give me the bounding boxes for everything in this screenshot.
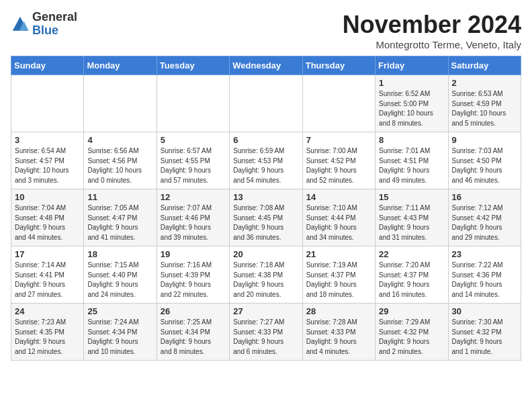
day-number: 4	[87, 135, 152, 145]
week-row-5: 24Sunrise: 7:23 AM Sunset: 4:35 PM Dayli…	[11, 304, 521, 361]
calendar-cell: 24Sunrise: 7:23 AM Sunset: 4:35 PM Dayli…	[11, 304, 84, 361]
calendar-cell: 12Sunrise: 7:07 AM Sunset: 4:46 PM Dayli…	[157, 189, 229, 246]
day-number: 27	[233, 306, 298, 316]
day-info: Sunrise: 6:53 AM Sunset: 4:59 PM Dayligh…	[452, 89, 517, 128]
day-header-sunday: Sunday	[11, 56, 84, 75]
day-number: 23	[452, 249, 517, 259]
calendar-cell: 25Sunrise: 7:24 AM Sunset: 4:34 PM Dayli…	[84, 304, 157, 361]
day-number: 29	[379, 306, 444, 316]
week-row-4: 17Sunrise: 7:14 AM Sunset: 4:41 PM Dayli…	[11, 246, 521, 304]
day-number: 21	[306, 249, 371, 259]
day-info: Sunrise: 7:27 AM Sunset: 4:33 PM Dayligh…	[233, 318, 298, 357]
day-info: Sunrise: 7:15 AM Sunset: 4:40 PM Dayligh…	[87, 261, 152, 300]
calendar-table: SundayMondayTuesdayWednesdayThursdayFrid…	[11, 56, 521, 361]
day-header-wednesday: Wednesday	[230, 56, 302, 75]
month-title: November 2024	[343, 11, 521, 39]
calendar-cell: 9Sunrise: 7:03 AM Sunset: 4:50 PM Daylig…	[448, 132, 521, 189]
calendar-cell: 14Sunrise: 7:10 AM Sunset: 4:44 PM Dayli…	[302, 189, 375, 246]
day-info: Sunrise: 7:23 AM Sunset: 4:35 PM Dayligh…	[15, 318, 80, 357]
day-info: Sunrise: 7:01 AM Sunset: 4:51 PM Dayligh…	[379, 146, 444, 185]
calendar-cell: 5Sunrise: 6:57 AM Sunset: 4:55 PM Daylig…	[157, 132, 229, 189]
calendar-cell: 7Sunrise: 7:00 AM Sunset: 4:52 PM Daylig…	[302, 132, 375, 189]
day-info: Sunrise: 7:05 AM Sunset: 4:47 PM Dayligh…	[87, 203, 152, 242]
day-number: 1	[379, 78, 444, 88]
header: General Blue November 2024 Montegrotto T…	[11, 11, 521, 50]
day-number: 7	[306, 135, 371, 145]
calendar-cell: 19Sunrise: 7:16 AM Sunset: 4:39 PM Dayli…	[157, 246, 229, 304]
day-info: Sunrise: 7:07 AM Sunset: 4:46 PM Dayligh…	[161, 203, 226, 242]
day-number: 2	[452, 78, 517, 88]
day-number: 16	[452, 192, 517, 202]
day-info: Sunrise: 7:14 AM Sunset: 4:41 PM Dayligh…	[15, 261, 80, 300]
day-number: 11	[87, 192, 152, 202]
logo-icon	[11, 15, 30, 34]
calendar-cell: 22Sunrise: 7:20 AM Sunset: 4:37 PM Dayli…	[375, 246, 448, 304]
day-info: Sunrise: 7:22 AM Sunset: 4:36 PM Dayligh…	[452, 261, 517, 300]
day-header-tuesday: Tuesday	[157, 56, 229, 75]
day-info: Sunrise: 7:20 AM Sunset: 4:37 PM Dayligh…	[379, 261, 444, 300]
day-number: 8	[379, 135, 444, 145]
calendar-cell	[11, 75, 84, 132]
day-number: 25	[87, 306, 152, 316]
logo: General Blue	[11, 11, 77, 38]
day-number: 17	[15, 249, 80, 259]
calendar-cell: 1Sunrise: 6:52 AM Sunset: 5:00 PM Daylig…	[375, 75, 448, 132]
calendar-cell: 15Sunrise: 7:11 AM Sunset: 4:43 PM Dayli…	[375, 189, 448, 246]
day-info: Sunrise: 7:12 AM Sunset: 4:42 PM Dayligh…	[452, 203, 517, 242]
calendar-cell: 10Sunrise: 7:04 AM Sunset: 4:48 PM Dayli…	[11, 189, 84, 246]
calendar-cell	[302, 75, 375, 132]
day-number: 3	[15, 135, 80, 145]
day-info: Sunrise: 7:03 AM Sunset: 4:50 PM Dayligh…	[452, 146, 517, 185]
calendar-cell	[157, 75, 229, 132]
day-info: Sunrise: 7:10 AM Sunset: 4:44 PM Dayligh…	[306, 203, 371, 242]
calendar-cell: 28Sunrise: 7:28 AM Sunset: 4:33 PM Dayli…	[302, 304, 375, 361]
calendar-cell: 26Sunrise: 7:25 AM Sunset: 4:34 PM Dayli…	[157, 304, 229, 361]
calendar-cell: 2Sunrise: 6:53 AM Sunset: 4:59 PM Daylig…	[448, 75, 521, 132]
day-info: Sunrise: 7:25 AM Sunset: 4:34 PM Dayligh…	[161, 318, 226, 357]
day-info: Sunrise: 6:56 AM Sunset: 4:56 PM Dayligh…	[87, 146, 152, 185]
calendar-cell: 3Sunrise: 6:54 AM Sunset: 4:57 PM Daylig…	[11, 132, 84, 189]
day-info: Sunrise: 7:00 AM Sunset: 4:52 PM Dayligh…	[306, 146, 371, 185]
day-number: 5	[161, 135, 226, 145]
day-info: Sunrise: 7:08 AM Sunset: 4:45 PM Dayligh…	[233, 203, 298, 242]
calendar-cell: 27Sunrise: 7:27 AM Sunset: 4:33 PM Dayli…	[230, 304, 302, 361]
day-info: Sunrise: 7:30 AM Sunset: 4:32 PM Dayligh…	[452, 318, 517, 357]
day-info: Sunrise: 7:19 AM Sunset: 4:37 PM Dayligh…	[306, 261, 371, 300]
day-number: 14	[306, 192, 371, 202]
day-number: 13	[233, 192, 298, 202]
day-info: Sunrise: 7:29 AM Sunset: 4:32 PM Dayligh…	[379, 318, 444, 357]
day-info: Sunrise: 7:24 AM Sunset: 4:34 PM Dayligh…	[87, 318, 152, 357]
title-section: November 2024 Montegrotto Terme, Veneto,…	[343, 11, 521, 50]
calendar-cell: 18Sunrise: 7:15 AM Sunset: 4:40 PM Dayli…	[84, 246, 157, 304]
day-number: 22	[379, 249, 444, 259]
calendar-cell: 6Sunrise: 6:59 AM Sunset: 4:53 PM Daylig…	[230, 132, 302, 189]
calendar-cell	[84, 75, 157, 132]
day-number: 28	[306, 306, 371, 316]
day-header-friday: Friday	[375, 56, 448, 75]
day-number: 18	[87, 249, 152, 259]
day-number: 20	[233, 249, 298, 259]
calendar-cell: 21Sunrise: 7:19 AM Sunset: 4:37 PM Dayli…	[302, 246, 375, 304]
day-info: Sunrise: 7:11 AM Sunset: 4:43 PM Dayligh…	[379, 203, 444, 242]
calendar-cell: 20Sunrise: 7:18 AM Sunset: 4:38 PM Dayli…	[230, 246, 302, 304]
week-row-3: 10Sunrise: 7:04 AM Sunset: 4:48 PM Dayli…	[11, 189, 521, 246]
calendar-cell: 23Sunrise: 7:22 AM Sunset: 4:36 PM Dayli…	[448, 246, 521, 304]
day-header-saturday: Saturday	[448, 56, 521, 75]
calendar-cell: 4Sunrise: 6:56 AM Sunset: 4:56 PM Daylig…	[84, 132, 157, 189]
calendar-cell: 16Sunrise: 7:12 AM Sunset: 4:42 PM Dayli…	[448, 189, 521, 246]
calendar-cell: 11Sunrise: 7:05 AM Sunset: 4:47 PM Dayli…	[84, 189, 157, 246]
subtitle: Montegrotto Terme, Veneto, Italy	[343, 39, 521, 50]
calendar-cell: 17Sunrise: 7:14 AM Sunset: 4:41 PM Dayli…	[11, 246, 84, 304]
day-header-monday: Monday	[84, 56, 157, 75]
calendar-cell: 30Sunrise: 7:30 AM Sunset: 4:32 PM Dayli…	[448, 304, 521, 361]
calendar-cell: 8Sunrise: 7:01 AM Sunset: 4:51 PM Daylig…	[375, 132, 448, 189]
day-number: 10	[15, 192, 80, 202]
calendar-cell: 29Sunrise: 7:29 AM Sunset: 4:32 PM Dayli…	[375, 304, 448, 361]
day-number: 9	[452, 135, 517, 145]
day-info: Sunrise: 6:59 AM Sunset: 4:53 PM Dayligh…	[233, 146, 298, 185]
day-info: Sunrise: 7:18 AM Sunset: 4:38 PM Dayligh…	[233, 261, 298, 300]
day-info: Sunrise: 7:04 AM Sunset: 4:48 PM Dayligh…	[15, 203, 80, 242]
week-row-2: 3Sunrise: 6:54 AM Sunset: 4:57 PM Daylig…	[11, 132, 521, 189]
header-row: SundayMondayTuesdayWednesdayThursdayFrid…	[11, 56, 521, 75]
calendar-cell	[230, 75, 302, 132]
